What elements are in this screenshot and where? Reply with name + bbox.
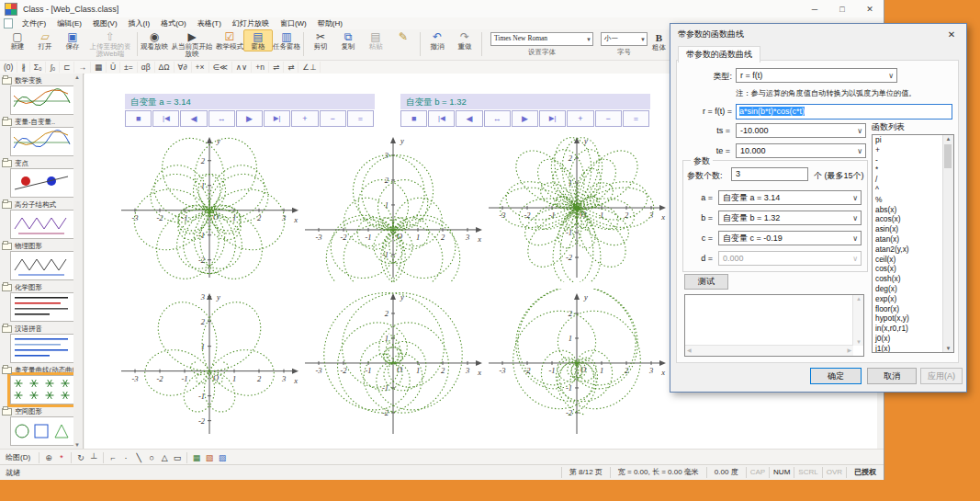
function-list-item[interactable]: asin(x) [873, 224, 943, 234]
cancel-button[interactable]: 取消 [867, 368, 917, 384]
math-symbol-button[interactable]: ∫₀ [46, 62, 60, 73]
template-thumbnail[interactable] [10, 375, 74, 404]
math-symbol-button[interactable]: ∈≪ [209, 62, 232, 73]
menu-item[interactable]: 格式(O) [155, 19, 192, 28]
player-button[interactable]: ↔ [208, 110, 235, 127]
param-dropdown-d[interactable]: 0.000∨ [718, 251, 862, 266]
line-icon[interactable]: ╲ [132, 451, 145, 464]
axis-icon[interactable]: ┴ [87, 451, 100, 464]
math-symbol-button[interactable]: ⇌ [269, 62, 284, 73]
toolbar-button-保存[interactable]: ▣保存 [59, 29, 86, 51]
scroll-down-icon[interactable]: ▼ [74, 442, 80, 448]
bold-button[interactable]: B 粗体 [652, 32, 666, 52]
rotate-icon[interactable]: ↻ [74, 451, 87, 464]
math-symbol-button[interactable]: ⇄ [284, 62, 299, 73]
maximize-button[interactable]: □ [828, 0, 856, 17]
menu-item[interactable]: 帮助(H) [312, 19, 348, 28]
menu-item[interactable]: 编辑(E) [51, 19, 87, 28]
player-button[interactable]: ↔ [484, 110, 511, 127]
param-dropdown-a[interactable]: 自变量 a = 3.14∨ [718, 190, 862, 205]
sidebar-item[interactable]: 汉语拼音 [2, 324, 83, 363]
toolbar-button-剪切[interactable]: ✂剪切 [307, 29, 334, 51]
function-list-item[interactable]: atan(x) [873, 234, 943, 245]
toolbar-button-重做[interactable]: ↷重做 [451, 29, 479, 51]
math-symbol-button[interactable]: Σ₀ [30, 62, 47, 73]
player-button[interactable]: = [623, 110, 649, 127]
param-dropdown-c[interactable]: 自变量 c = -0.19∨ [718, 231, 862, 245]
ts-dropdown[interactable]: -10.000∨ [736, 123, 866, 138]
scroll-up-icon[interactable]: ▲ [943, 136, 953, 142]
sidebar-item[interactable]: 变量-自变量.. [2, 117, 83, 156]
toolbar-button-教学模式[interactable]: ☑教学模式 [216, 29, 243, 51]
param-count-input[interactable]: 3 [731, 167, 808, 181]
function-list[interactable]: pi+-*/^%abs(x)acos(x)asin(x)atan(x)atan2… [872, 134, 954, 353]
function-list-item[interactable]: * [873, 165, 943, 175]
function-list-scrollbar[interactable]: ▲ ▼ [942, 135, 953, 352]
dialog-tab[interactable]: 带参数的函数曲线 [678, 46, 760, 63]
sidebar-scrollbar[interactable]: ▲ ▼ [73, 74, 82, 449]
math-symbol-button[interactable]: +× [192, 62, 209, 73]
math-symbol-button[interactable]: ∀∂ [175, 62, 192, 73]
image1-icon[interactable]: ▦ [190, 451, 203, 464]
te-dropdown[interactable]: 10.000∨ [736, 143, 866, 158]
toolbar-button-任务窗格[interactable]: ▥任务窗格 [273, 29, 300, 51]
function-list-item[interactable]: cosh(x) [873, 274, 943, 284]
close-button[interactable]: ✕ [856, 0, 884, 17]
function-list-item[interactable]: atan2(y,x) [873, 245, 943, 255]
menu-item[interactable]: 窗口(W) [275, 19, 312, 28]
sidebar-item[interactable]: 空间图形 [2, 406, 83, 446]
pin-icon[interactable]: ⊕ [42, 451, 55, 464]
template-thumbnail[interactable] [10, 416, 74, 446]
rect-icon[interactable]: ▭ [171, 451, 184, 464]
template-thumbnail[interactable] [10, 127, 74, 156]
player-button[interactable]: = [347, 110, 374, 127]
scroll-thumb[interactable] [944, 144, 952, 168]
template-thumbnail[interactable] [10, 292, 74, 322]
function-list-item[interactable]: ceil(x) [873, 255, 943, 265]
template-thumbnail[interactable] [10, 251, 74, 280]
toolbar-button-粘贴[interactable]: ▤粘贴 [362, 29, 389, 51]
output-hscrollbar[interactable]: ◀▶ [685, 345, 853, 356]
point-icon[interactable]: · [119, 451, 132, 464]
function-list-item[interactable]: hypot(x,y) [873, 313, 943, 324]
function-list-item[interactable]: + [873, 145, 943, 155]
template-thumbnail[interactable] [10, 168, 74, 198]
player-button[interactable]: |◀ [428, 110, 455, 127]
toolbar-button-复制[interactable]: ⧉复制 [334, 29, 362, 51]
font-size-dropdown[interactable]: 小一▼ [601, 32, 648, 46]
toolbar-button-窗格[interactable]: ▤窗格 [243, 29, 273, 51]
function-list-item[interactable]: j1(x) [873, 344, 943, 353]
corner-axis-icon[interactable]: ⌐ [107, 451, 119, 464]
math-symbol-button[interactable]: +n [252, 62, 269, 73]
player-button[interactable]: − [595, 110, 622, 127]
math-symbol-button[interactable]: Ū [107, 62, 120, 73]
function-list-item[interactable]: floor(x) [873, 304, 943, 314]
toolbar-button-新建[interactable]: ▢新建 [4, 29, 31, 51]
math-symbol-button[interactable]: ∦ [17, 62, 29, 73]
player-button[interactable]: ▶ [512, 110, 538, 127]
output-vscrollbar[interactable]: ▲▼ [852, 295, 863, 346]
function-list-item[interactable]: abs(x) [873, 205, 943, 215]
formula-input[interactable]: a*sin(b*t)*cos(c*t) [736, 104, 952, 120]
function-list-item[interactable]: pi [873, 135, 943, 145]
toolbar-button-撤消[interactable]: ↶撤消 [423, 29, 451, 51]
sidebar-item[interactable]: 变点 [2, 158, 83, 198]
test-output-box[interactable]: ▲▼ ◀▶ [684, 294, 864, 357]
dialog-close-button[interactable]: ✕ [937, 24, 966, 44]
function-list-item[interactable]: acos(x) [873, 214, 943, 224]
scroll-up-icon[interactable]: ▲ [74, 74, 80, 80]
math-symbol-button[interactable]: ∧∨ [232, 62, 252, 73]
math-symbol-button[interactable]: αβ [138, 62, 155, 73]
player-button[interactable]: + [291, 110, 318, 127]
font-name-dropdown[interactable]: Times New Roman▼ [490, 32, 593, 46]
function-list-item[interactable]: deg(x) [873, 284, 943, 294]
image3-icon[interactable]: ▨ [216, 451, 229, 464]
param-dropdown-b[interactable]: 自变量 b = 1.32∨ [718, 211, 862, 225]
star-icon[interactable]: * [55, 451, 68, 464]
toolbar-button-上传至我的资源Web端[interactable]: ⇧上传至我的资源Web端 [86, 29, 134, 58]
player-button[interactable]: ▶| [539, 110, 566, 127]
sidebar-item[interactable]: 高分子结构式 [2, 199, 83, 239]
function-list-item[interactable]: ^ [873, 185, 943, 195]
template-thumbnail[interactable] [10, 85, 74, 115]
math-symbol-button[interactable]: ▦ [91, 62, 107, 73]
